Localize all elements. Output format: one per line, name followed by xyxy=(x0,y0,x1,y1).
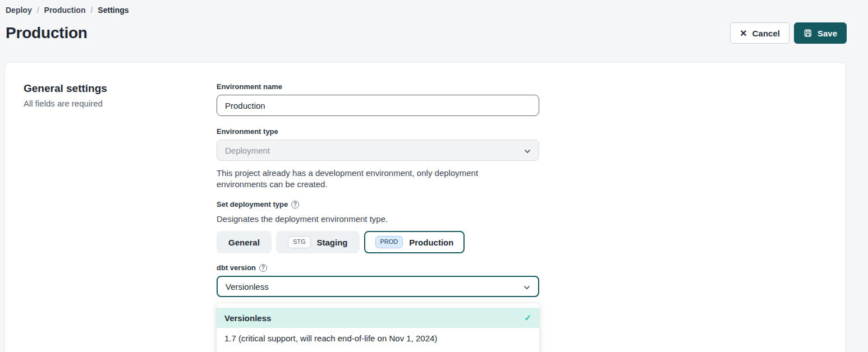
environment-name-field-group: Environment name xyxy=(217,82,539,116)
prod-badge: PROD xyxy=(375,236,403,248)
dbt-version-dropdown: Versionless ✓ 1.7 (critical support, wil… xyxy=(217,303,539,352)
deployment-type-production-button[interactable]: PROD Production xyxy=(364,231,465,253)
chevron-down-icon xyxy=(524,146,531,155)
deployment-type-description: Designates the deployment environment ty… xyxy=(217,214,539,224)
environment-name-label: Environment name xyxy=(217,82,539,91)
dropdown-option-1-6[interactable]: 1.6 (critical support, will reach end-of… xyxy=(217,348,539,352)
breadcrumb-deploy[interactable]: Deploy xyxy=(6,6,32,15)
environment-type-field-group: Environment type Deployment xyxy=(217,127,539,161)
deployment-type-options: General STG Staging PROD Production xyxy=(217,231,539,253)
dbt-version-label: dbt version ? xyxy=(217,263,539,272)
environment-type-select: Deployment xyxy=(217,140,539,161)
help-icon[interactable]: ? xyxy=(259,264,267,272)
dropdown-option-label: 1.7 (critical support, will reach end-of… xyxy=(224,334,437,343)
deployment-type-general-label: General xyxy=(228,238,260,247)
section-subtitle: All fields are required xyxy=(24,99,217,108)
settings-form: Environment name Environment type Deploy… xyxy=(217,82,539,352)
check-icon: ✓ xyxy=(524,313,531,323)
cancel-button[interactable]: ✕ Cancel xyxy=(730,22,789,44)
page-title: Production xyxy=(6,24,88,42)
stg-badge: STG xyxy=(288,236,311,248)
close-icon: ✕ xyxy=(740,28,747,39)
deployment-type-staging-label: Staging xyxy=(317,238,348,247)
section-title: General settings xyxy=(24,82,217,95)
page-header: Deploy / Production / Settings Productio… xyxy=(0,0,868,44)
save-button-label: Save xyxy=(818,29,837,38)
breadcrumb-separator: / xyxy=(90,6,93,15)
dropdown-option-1-7[interactable]: 1.7 (critical support, will reach end-of… xyxy=(217,328,539,348)
dropdown-option-label: Versionless xyxy=(224,313,271,323)
dbt-version-select[interactable]: Versionless xyxy=(217,276,539,297)
save-icon xyxy=(803,29,812,38)
general-settings-card: General settings All fields are required… xyxy=(4,62,846,352)
cancel-button-label: Cancel xyxy=(752,29,780,38)
deployment-type-label-text: Set deployment type xyxy=(217,200,288,209)
environment-name-input[interactable] xyxy=(217,95,539,116)
breadcrumb: Deploy / Production / Settings xyxy=(6,6,847,15)
breadcrumb-production[interactable]: Production xyxy=(44,6,86,15)
help-icon[interactable]: ? xyxy=(291,201,299,209)
chevron-down-icon xyxy=(523,282,530,291)
breadcrumb-separator: / xyxy=(37,6,39,15)
breadcrumb-settings: Settings xyxy=(98,6,128,15)
environment-type-helper-text: This project already has a development e… xyxy=(217,168,522,190)
environment-type-label: Environment type xyxy=(217,127,539,136)
deployment-type-production-label: Production xyxy=(409,238,453,247)
dbt-version-label-text: dbt version xyxy=(217,263,256,272)
deployment-type-general-button[interactable]: General xyxy=(217,231,272,253)
deployment-type-staging-button[interactable]: STG Staging xyxy=(276,231,360,253)
save-button[interactable]: Save xyxy=(794,22,847,44)
deployment-type-label: Set deployment type ? xyxy=(217,200,539,209)
header-actions: ✕ Cancel Save xyxy=(730,22,847,44)
environment-type-value: Deployment xyxy=(225,146,270,155)
section-header: General settings All fields are required xyxy=(24,82,217,352)
title-row: Production ✕ Cancel Save xyxy=(6,22,847,44)
dropdown-option-versionless[interactable]: Versionless ✓ xyxy=(217,308,539,328)
dbt-version-value: Versionless xyxy=(226,282,269,291)
